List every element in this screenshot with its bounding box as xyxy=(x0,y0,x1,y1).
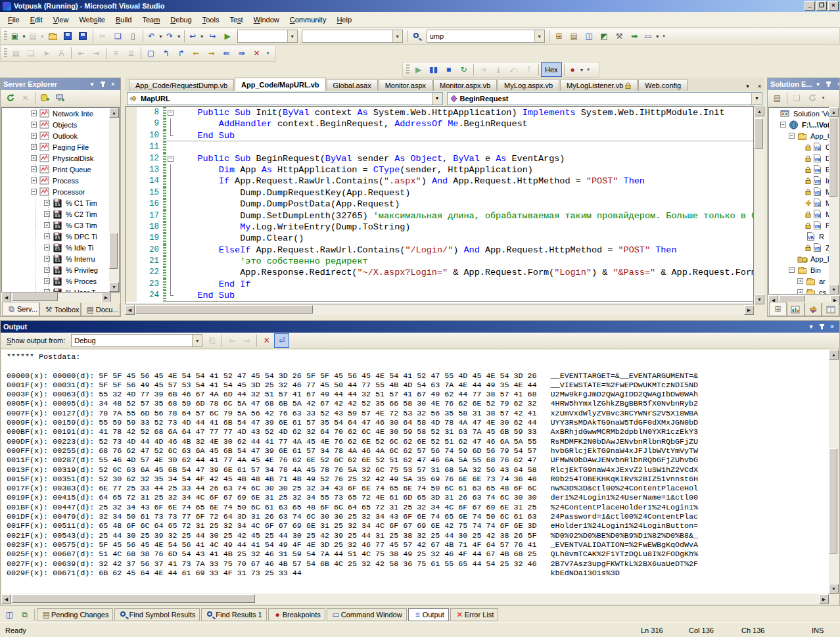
code-line-18[interactable]: 18 My.Log.WriteEntry(Dump.ToString) xyxy=(126,222,753,233)
solution-tree-item[interactable]: App_D xyxy=(769,253,829,264)
add-item-button[interactable]: ▤▼ xyxy=(27,29,45,43)
server-explorer-vscrollbar[interactable]: ▲▼ xyxy=(109,108,119,292)
output-source-combo[interactable]: Debug ▼ xyxy=(71,334,202,347)
menu-view[interactable]: View xyxy=(48,13,74,26)
solution-tree-item[interactable]: −App_C xyxy=(769,130,829,141)
find-combo[interactable]: ump▼ xyxy=(427,30,545,43)
toggle-bookmark-button[interactable]: ▢ xyxy=(143,46,158,60)
auto-hide-pin-icon[interactable] xyxy=(824,80,833,89)
close-panel-icon[interactable]: × xyxy=(835,80,839,89)
solution-tree-item[interactable]: −F:\...\Vot xyxy=(769,119,829,130)
scroll-down-icon[interactable]: ▼ xyxy=(755,295,764,304)
server-tree-item[interactable]: +85% Idle Ti xyxy=(2,242,119,253)
tab-output[interactable]: ≡Output xyxy=(408,608,449,621)
solution-tree-item[interactable]: VBPr xyxy=(769,220,829,231)
panel-tab-serv[interactable]: ⧉Serv... xyxy=(2,302,39,316)
expand-expand-icon[interactable]: + xyxy=(31,155,37,161)
scroll-thumb[interactable] xyxy=(109,233,118,269)
scroll-left-icon[interactable]: ◀ xyxy=(125,305,135,315)
code-line-17[interactable]: 17 Dump.SetDumpLenth(32765) 'максимальна… xyxy=(126,210,753,222)
copy-button[interactable]: ❏ xyxy=(110,29,126,43)
outlining-margin[interactable]: − xyxy=(166,153,176,164)
outlining-margin[interactable] xyxy=(166,267,176,278)
configuration-combo[interactable]: ▼ xyxy=(237,30,298,43)
server-tree-item[interactable]: +Process xyxy=(2,175,119,186)
dropdown-arrow-icon[interactable]: ▼ xyxy=(158,34,163,39)
tab-find-results-1[interactable]: Find Results 1 xyxy=(201,608,266,621)
server-tree-item[interactable]: +85% DPC Ti xyxy=(2,231,119,242)
chevron-down-icon[interactable]: ▼ xyxy=(392,30,402,42)
menu-tools[interactable]: Tools xyxy=(197,13,225,26)
solution-tree-item[interactable]: VBM xyxy=(769,186,829,197)
expand-expand-icon[interactable]: + xyxy=(31,144,37,150)
chevron-down-icon[interactable]: ▼ xyxy=(534,30,544,42)
menu-debug[interactable]: Debug xyxy=(165,13,197,26)
toolbar-overflow-icon[interactable]: ▾ xyxy=(585,62,592,77)
outlining-margin[interactable] xyxy=(166,141,176,153)
undo-button[interactable]: ↶▼ xyxy=(145,29,164,43)
stop-refresh-button[interactable]: ✕ xyxy=(18,91,33,105)
server-tree-item[interactable]: −Processor xyxy=(2,186,119,197)
chevron-down-icon[interactable]: ▼ xyxy=(751,93,762,105)
indicator-margin[interactable] xyxy=(126,130,137,141)
auto-hide-pin-icon[interactable] xyxy=(98,80,107,89)
outlining-margin[interactable] xyxy=(166,222,176,233)
class-view-button[interactable]: ◩ xyxy=(597,29,612,43)
start-debug-button[interactable]: ▶ xyxy=(220,29,235,43)
editor-vscrollbar[interactable]: ▲ ▼ xyxy=(755,106,764,304)
scroll-thumb[interactable] xyxy=(12,293,58,301)
expand-expand-icon[interactable]: + xyxy=(31,133,37,139)
menu-community[interactable]: Community xyxy=(285,13,332,26)
panel-tab-docu[interactable]: ▤Docu... xyxy=(81,303,120,316)
code-line-9[interactable]: 9 AddHandler context.BeginRequest, Addre… xyxy=(126,118,753,130)
scroll-up-icon[interactable]: ▲ xyxy=(109,108,119,118)
document-tab-monitor-aspx[interactable]: Monitor.aspx xyxy=(379,79,432,91)
menu-website[interactable]: Website xyxy=(74,13,110,26)
code-line-10[interactable]: 10 End Sub xyxy=(126,130,753,141)
comment-lines-button[interactable]: ≡ xyxy=(108,46,124,60)
solution-tree-item[interactable]: VBDl xyxy=(769,153,829,164)
scroll-up-icon[interactable]: ▲ xyxy=(829,350,839,360)
scroll-right-icon[interactable]: ▶ xyxy=(101,293,111,302)
output-vscrollbar[interactable]: ▲ ▼ xyxy=(829,350,839,594)
code-line-20[interactable]: 20 ElseIf App.Request.RawUrl.Contains("/… xyxy=(126,245,753,256)
expand-collapse-icon[interactable]: − xyxy=(780,122,786,128)
solution-tree-item[interactable]: VBCl xyxy=(769,141,829,153)
menu-test[interactable]: Test xyxy=(224,13,248,26)
class-name-combo[interactable]: MapURL ▼ xyxy=(127,92,443,105)
close-document-icon[interactable]: ✕ xyxy=(755,82,764,91)
fold-collapse-icon[interactable]: − xyxy=(168,110,174,116)
hex-toggle[interactable]: Hex xyxy=(541,62,562,77)
server-tree-item[interactable]: +85% Privileg xyxy=(2,264,119,275)
continue-debug-button[interactable]: ▶ xyxy=(411,62,426,77)
toolbar-overflow-icon[interactable]: ▾ xyxy=(820,91,827,105)
panel-tab-toolbox[interactable]: ⚒Toolbox xyxy=(39,303,81,316)
menu-file[interactable]: File xyxy=(3,13,25,26)
stop-debugging-button[interactable]: ■ xyxy=(441,62,456,77)
refresh-button[interactable] xyxy=(805,91,820,105)
increase-indent-button[interactable]: ⇥ xyxy=(89,46,104,60)
chevron-down-icon[interactable]: ▼ xyxy=(192,335,202,346)
step-out-button[interactable]: ⤴ xyxy=(521,62,536,77)
dropdown-arrow-icon[interactable]: ▼ xyxy=(655,34,660,39)
next-bookmark-folder-button[interactable]: ⇝ xyxy=(204,46,219,60)
code-line-23[interactable]: 23 End If xyxy=(126,279,753,290)
redo-button[interactable]: ↷▼ xyxy=(164,29,182,43)
expand-collapse-icon[interactable]: − xyxy=(789,133,795,139)
document-tab-mylog-aspx-vb[interactable]: MyLog.aspx.vb xyxy=(498,79,559,91)
outlining-margin[interactable]: − xyxy=(166,107,176,118)
expand-expand-icon[interactable]: + xyxy=(31,177,37,183)
server-explorer-caption[interactable]: Server Explorer ▾ × xyxy=(1,78,120,90)
scroll-down-icon[interactable]: ▼ xyxy=(829,285,839,295)
indicator-margin[interactable] xyxy=(126,118,137,130)
document-tab-web-config[interactable]: Web.config xyxy=(638,79,688,91)
member-name-combo[interactable]: BeginRequest ▼ xyxy=(447,92,763,105)
scroll-up-icon[interactable]: ▲ xyxy=(829,107,839,117)
indicator-margin[interactable] xyxy=(126,153,137,164)
outlining-margin[interactable] xyxy=(166,210,176,222)
dropdown-arrow-icon[interactable]: ▼ xyxy=(200,34,204,39)
toolbar-grip[interactable] xyxy=(406,64,409,75)
scroll-thumb[interactable] xyxy=(135,305,313,314)
close-button[interactable]: × xyxy=(828,1,839,11)
indicator-margin[interactable] xyxy=(126,245,137,256)
